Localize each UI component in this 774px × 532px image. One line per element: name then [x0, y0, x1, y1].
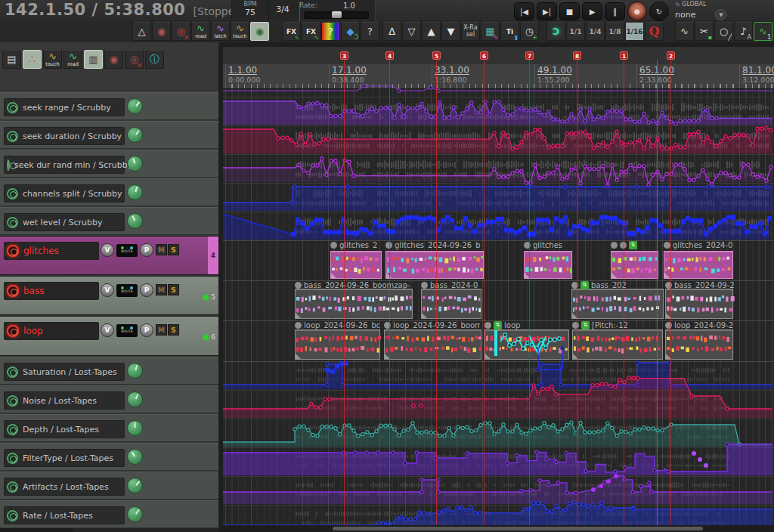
stop-button[interactable]: ■	[559, 2, 580, 20]
marker-strip[interactable]	[223, 47, 774, 65]
spectral-peaks-button[interactable]: ∿	[675, 22, 694, 41]
solo-button[interactable]: S	[168, 244, 179, 255]
record-button[interactable]: ●	[627, 2, 647, 21]
envelope-arm-button[interactable]	[7, 367, 18, 378]
envelope-info-button[interactable]: ⓘ	[145, 50, 164, 69]
automation-latch-button[interactable]: ∿latch	[211, 22, 230, 41]
track-color-strip[interactable]: 4	[208, 237, 218, 274]
envelope-arm-button[interactable]	[7, 102, 18, 113]
envelope-value-knob[interactable]	[127, 213, 143, 229]
time-signature-value[interactable]: 3/4	[269, 5, 296, 14]
envelope-arm-button[interactable]	[7, 424, 18, 435]
envelope-value-knob[interactable]	[127, 420, 143, 436]
envelope-arm-button[interactable]	[7, 395, 18, 407]
record-arm-button[interactable]	[7, 245, 19, 257]
note-length-button[interactable]: ♪A	[734, 22, 753, 41]
pan-knob[interactable]: P	[140, 323, 153, 337]
help-button[interactable]: ?	[361, 22, 379, 41]
media-item-bass[interactable]	[295, 289, 413, 319]
automation-touch-button[interactable]: ∿touch	[231, 22, 249, 41]
volume-knob[interactable]: V	[101, 283, 114, 297]
envelope-arm-button[interactable]	[7, 131, 18, 142]
item-fx-badge[interactable]: ⇅	[581, 321, 590, 329]
split-items-button[interactable]: ✂▪	[695, 22, 714, 41]
marker-flag[interactable]: 1	[620, 51, 628, 60]
pause-button[interactable]: ‖	[605, 2, 625, 20]
ripple-edit-button[interactable]: Ɔ	[546, 22, 565, 41]
automation-read-button[interactable]: ∿read	[63, 50, 82, 69]
docker-icon[interactable]: ▤	[2, 50, 21, 69]
item-fx-badge[interactable]: ⇅	[580, 281, 589, 289]
pan-knob[interactable]: P	[140, 243, 153, 257]
go-to-end-button[interactable]: ▶|	[537, 2, 557, 20]
envelope-lane-panel-top-1[interactable]: seek duration / Scrubby	[0, 121, 218, 149]
automation-touch-button[interactable]: ∿touch	[43, 50, 62, 69]
media-item-bass[interactable]	[665, 289, 733, 319]
bpm-box[interactable]: BPM 75	[231, 0, 269, 20]
record-arm-button[interactable]	[7, 285, 19, 297]
envelope-lane-panel-bottom-4[interactable]: Artifacts / Lost-Tapes	[0, 472, 218, 500]
take-fx-button[interactable]: FX∿	[302, 22, 320, 41]
grid-1-16-button[interactable]: 1/16	[625, 22, 644, 41]
item-fx-badge[interactable]: ⇅	[494, 321, 502, 329]
grid-1-1-button[interactable]: 1/1	[566, 22, 585, 41]
record-arm-button[interactable]	[7, 325, 19, 337]
solo-button[interactable]: S	[168, 324, 179, 336]
media-item-loop[interactable]	[665, 329, 733, 360]
marker-flag[interactable]: 3	[340, 51, 348, 60]
envelope-arm-button[interactable]	[7, 510, 18, 521]
item-mute-icon[interactable]	[421, 282, 428, 289]
global-automation-value[interactable]: none	[675, 10, 695, 20]
nudge-down-button[interactable]: ▼	[441, 22, 460, 41]
marker-flag[interactable]: 2	[667, 51, 675, 60]
remove-envelope-icon[interactable]: ◎×	[125, 50, 144, 69]
volume-knob[interactable]: V	[101, 243, 114, 257]
item-mute-icon[interactable]	[295, 282, 302, 289]
go-to-start-button[interactable]: |◀	[514, 2, 534, 20]
metronome-icon[interactable]: △	[132, 22, 151, 41]
route-button[interactable]: ROUTE	[116, 324, 138, 337]
item-fx-badge[interactable]: ⇅	[629, 241, 637, 249]
track-panel-bass[interactable]: bassVROUTEPMS5	[0, 276, 218, 315]
envelope-value-knob[interactable]	[127, 156, 143, 172]
rate-slider-thumb[interactable]	[332, 11, 342, 18]
envelope-visibility-button[interactable]: ◉	[250, 22, 269, 41]
marker-flag[interactable]: 6	[480, 51, 488, 60]
item-mute-icon[interactable]	[664, 242, 670, 249]
route-button[interactable]: ROUTE	[116, 244, 138, 257]
move-items-up-button[interactable]: ∆	[382, 22, 401, 41]
horizontal-scrollbar-thumb[interactable]	[333, 527, 703, 530]
envelope-lane-panel-bottom-2[interactable]: Depth / Lost-Tapes	[0, 414, 218, 442]
item-mute-icon[interactable]	[295, 322, 302, 329]
automation-read-button[interactable]: ∿read	[191, 22, 210, 41]
envelope-value-knob[interactable]	[127, 127, 143, 143]
time-signature-box[interactable]: 3/4	[268, 0, 297, 20]
item-mute-icon[interactable]	[485, 322, 491, 329]
track-inspector-button[interactable]: Ti▮	[500, 22, 519, 41]
envelope-lane-panel-top-0[interactable]: seek range / Scrubby	[0, 92, 218, 120]
nudge-up-button[interactable]: ▲	[422, 22, 441, 41]
mute-button[interactable]: M	[156, 324, 167, 336]
route-button[interactable]: ROUTE	[116, 284, 138, 297]
envelope-lane-panel-top-2[interactable]: seek dur rand min / Scrubby	[0, 150, 218, 178]
item-mute-icon[interactable]	[330, 242, 337, 249]
mute-button[interactable]: M	[156, 244, 167, 255]
media-item-glitches[interactable]	[524, 251, 572, 279]
arrange-view[interactable]: 1.1.000:00.00017.1.000:38.40033.1.001:16…	[223, 47, 774, 532]
rate-slider[interactable]	[304, 11, 369, 19]
envelope-lane-panel-bottom-5[interactable]: Rate / Lost-Tapes	[0, 500, 218, 528]
move-items-down-button[interactable]: ▽	[402, 22, 421, 41]
envelope-arm-button[interactable]	[7, 188, 18, 200]
item-mute-icon[interactable]	[572, 322, 579, 329]
marker-flag[interactable]: 4	[385, 51, 394, 60]
envelope-lane-panel-top-4[interactable]: wet level / Scrubby	[0, 207, 218, 235]
envelope-lane-panel-bottom-1[interactable]: Noise / Lost-Tapes	[0, 385, 218, 413]
quantize-button[interactable]: Q	[645, 22, 664, 41]
mute-button[interactable]: M	[156, 284, 167, 295]
media-item-loop[interactable]	[384, 329, 481, 360]
ripple-all-icon[interactable]: ◉	[104, 50, 123, 69]
ripple-all-icon[interactable]: ◉	[152, 22, 171, 41]
envelope-arm-button[interactable]	[7, 481, 18, 493]
media-item-glitches[interactable]	[611, 251, 658, 279]
media-item-glitches[interactable]	[330, 251, 382, 279]
